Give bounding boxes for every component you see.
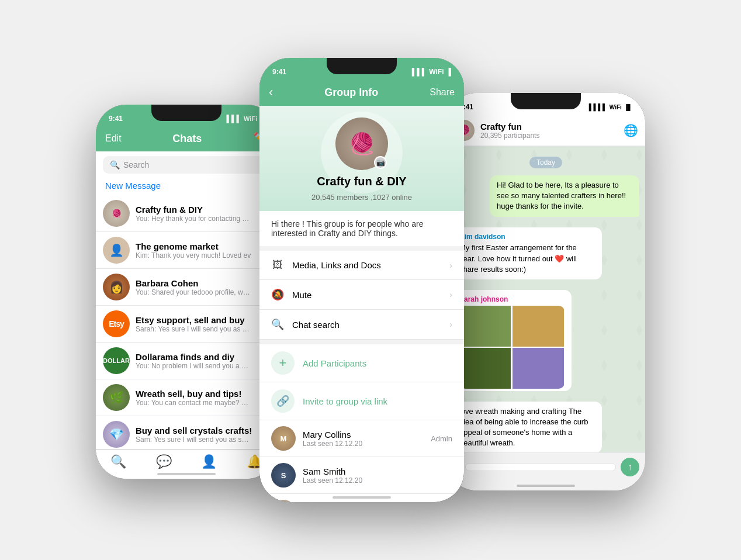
chat-preview-etsy: Sarah: Yes sure I will send you as soo..… [136, 325, 252, 333]
msg-bubble-text-after: love wreath making and crafting The idea… [452, 402, 602, 454]
chat-item-genome[interactable]: 👤 The genome market Kim: Thank you very … [96, 232, 277, 269]
chat-name-etsy: Etsy support, sell and buy [136, 315, 270, 325]
admin-badge-mary: Admin [431, 434, 452, 443]
chat-header-participants: 20,395 participants [480, 132, 618, 140]
chat-preview-barbara: You: Shared your tedooo profile, woul... [136, 288, 252, 296]
signal-3: ▌▌▌▌ [589, 103, 607, 110]
chat-search-item[interactable]: 🔍 Chat search › [259, 310, 464, 340]
camera-icon[interactable]: 📷 [374, 156, 387, 169]
chat-content-crafty: Crafty fun & DIY You: Hey thank you for … [136, 205, 270, 223]
chat-header-name: Crafty fun [480, 122, 618, 132]
signal-2: ▌▌▌ [412, 68, 427, 76]
chevron-media: › [449, 261, 452, 270]
chat-item-crafty[interactable]: 🧶 Crafty fun & DIY You: Hey thank you fo… [96, 195, 277, 232]
chat-content-wreath: Wreath sell, buy and tips! You: You can … [136, 389, 270, 407]
avatar-mary: M [271, 426, 296, 451]
chat-header: 🧶 Crafty fun 20,395 participants 🌐 [446, 116, 645, 146]
group-description: Hi there ! This group is for people who … [259, 211, 464, 251]
chat-preview-crystal: Sam: Yes sure I will send you as soon... [136, 435, 252, 444]
add-participants-button[interactable]: + Add Participants [259, 344, 464, 382]
avatar-sam: S [271, 463, 296, 488]
member-mary[interactable]: M Mary Collins Last seen 12.12.20 Admin [259, 420, 464, 457]
chat-item-crystal[interactable]: 💎 Buy and sell crystals crafts! Sam: Yes… [96, 416, 277, 453]
tab-chats[interactable]: 💬 [156, 454, 172, 469]
share-button[interactable]: Share [430, 87, 455, 98]
chevron-search: › [449, 320, 452, 329]
date-badge-today: Today [452, 157, 639, 167]
tab-contacts[interactable]: 👤 [201, 454, 217, 469]
member-sam[interactable]: S Sam Smith Last seen 12.12.20 [259, 457, 464, 494]
chats-tab-icon: 💬 [156, 454, 172, 469]
tab-search[interactable]: 🔍 [110, 454, 126, 469]
wifi-2: WiFi [429, 68, 444, 76]
globe-icon[interactable]: 🌐 [624, 123, 638, 137]
group-actions: 🖼 Media, Links and Docs › 🔕 Mute › 🔍 Cha… [259, 251, 464, 340]
mute-label: Mute [292, 290, 441, 300]
member-info-sam: Sam Smith Last seen 12.12.20 [303, 466, 452, 485]
group-avatar-wrap: 🧶 📷 [335, 117, 388, 170]
chats-title: Chats [122, 133, 253, 145]
mute-icon: 🔕 [271, 288, 284, 301]
phone-chat: 9:41 ▌▌▌▌ WiFi ▐▌ 🧶 Crafty fun 20,395 pa… [446, 93, 645, 490]
chat-content-genome: The genome market Kim: Thank you very mu… [136, 241, 270, 260]
chat-name-crafty: Crafty fun & DIY [136, 205, 270, 215]
status-icons-3: ▌▌▌▌ WiFi ▐▌ [589, 103, 632, 110]
media-label: Media, Links and Docs [292, 260, 441, 270]
signal-icon-1: ▌▌▌ [227, 115, 242, 123]
avatar-larry: L [271, 500, 296, 502]
chat-item-wreath[interactable]: 🌿 Wreath sell, buy and tips! You: You ca… [96, 379, 277, 416]
sarah-images [459, 306, 565, 389]
chat-preview-genome: Kim: Thank you very much! Loved ev [136, 251, 252, 260]
phone-chats: 9:41 ▌▌▌ WiFi ▐ Edit Chats ✏️ 🔍 Search N… [96, 105, 277, 479]
status-time-2: 9:41 [272, 68, 286, 76]
add-participants-label: Add Participants [303, 358, 366, 368]
chat-name-crystal: Buy and sell crystals crafts! [136, 426, 270, 435]
chat-messages: Today Hi! Glad to be here, Its a pleasur… [446, 146, 645, 490]
chat-list: 🧶 Crafty fun & DIY You: Hey thank you fo… [96, 195, 277, 453]
edit-button[interactable]: Edit [105, 133, 122, 144]
group-info-title: Group Info [324, 87, 378, 99]
chat-avatar-genome: 👤 [103, 237, 130, 264]
chat-name-wreath: Wreath sell, buy and tips! [136, 389, 270, 399]
message-input[interactable] [465, 463, 616, 471]
chat-item-barbara[interactable]: 👩 Barbara Cohen You: Shared your tedooo … [96, 269, 277, 306]
media-icon: 🖼 [271, 259, 284, 271]
media-links-docs-item[interactable]: 🖼 Media, Links and Docs › [259, 251, 464, 280]
section-divider [259, 340, 464, 344]
battery-3: ▐▌ [624, 104, 632, 110]
msg-bubble-kim: Kim davidson My first Easter arrangement… [452, 227, 602, 279]
sender-sarah: Sarah johnson [459, 295, 565, 305]
group-name: Crafty fun & DIY [317, 175, 406, 188]
back-button[interactable]: ‹ [269, 85, 273, 100]
notch-2 [327, 58, 397, 74]
invite-via-link-button[interactable]: 🔗 Invite to group via link [259, 382, 464, 420]
chat-name-genome: The genome market [136, 241, 270, 251]
wreath-img-3 [459, 348, 511, 389]
chat-item-etsy[interactable]: Etsy Etsy support, sell and buy Sarah: Y… [96, 306, 277, 343]
chat-item-dollar[interactable]: DOLLAR Dollarama finds and diy You: No p… [96, 343, 277, 379]
contacts-tab-icon: 👤 [201, 454, 217, 469]
msg-bubble-sent: Hi! Glad to be here, Its a pleasure to s… [490, 175, 639, 217]
chat-avatar-crystal: 💎 [103, 421, 130, 448]
msg-bubble-sarah-header: Sarah johnson [452, 290, 572, 391]
mute-item[interactable]: 🔕 Mute › [259, 280, 464, 310]
chevron-mute: › [449, 290, 452, 299]
chat-name-dollar: Dollarama finds and diy [136, 352, 270, 362]
invite-label: Invite to group via link [303, 396, 387, 406]
new-message-button[interactable]: New Message [96, 178, 277, 195]
msg-row-text-after: love wreath making and crafting The idea… [452, 398, 639, 457]
search-bar[interactable]: 🔍 Search [103, 156, 270, 174]
send-button[interactable]: ↑ [621, 458, 639, 476]
group-hero: 🧶 📷 Crafty fun & DIY 20,545 members ,102… [259, 106, 464, 211]
wreath-img-2 [513, 306, 564, 347]
wifi-icon-1: WiFi [244, 115, 257, 122]
member-name-mary: Mary Collins [303, 430, 424, 440]
member-status-mary: Last seen 12.12.20 [303, 440, 424, 448]
wreath-img-4 [513, 348, 564, 389]
chat-avatar-wreath: 🌿 [103, 384, 130, 411]
battery-2: ▐ [446, 68, 451, 76]
home-indicator-1 [157, 473, 216, 475]
home-indicator-3 [517, 485, 575, 487]
group-members-count: 20,545 members ,1027 online [311, 193, 412, 202]
chat-preview-crafty: You: Hey thank you for contacting m... [136, 215, 252, 223]
